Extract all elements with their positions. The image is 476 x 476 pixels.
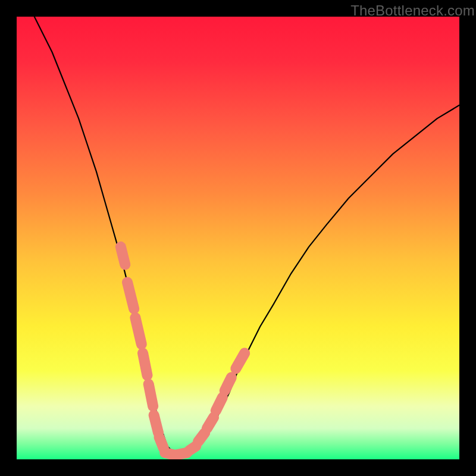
marker-dash — [135, 318, 141, 345]
marker-dash — [189, 446, 196, 450]
watermark-text: TheBottleneck.com — [350, 2, 475, 19]
chart-frame — [17, 17, 459, 459]
marker-dash — [198, 433, 205, 441]
gradient-background — [17, 17, 459, 459]
marker-dash — [159, 437, 164, 449]
marker-dash — [143, 353, 147, 375]
marker-dash — [149, 384, 153, 406]
marker-dash — [154, 415, 158, 433]
marker-dash — [207, 417, 214, 428]
marker-dash — [225, 377, 231, 390]
marker-dash — [121, 247, 125, 265]
marker-dash — [216, 397, 223, 411]
marker-dash — [127, 282, 134, 309]
chart-svg — [17, 17, 459, 459]
